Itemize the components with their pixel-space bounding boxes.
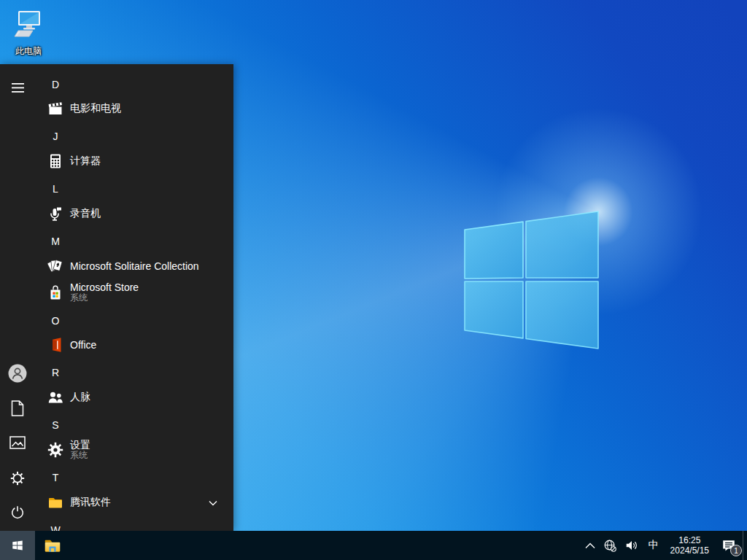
power-icon bbox=[9, 505, 26, 521]
start-app-people[interactable]: 人脉 bbox=[47, 384, 229, 411]
notification-badge: 1 bbox=[730, 545, 742, 556]
this-pc-label: 此电脑 bbox=[7, 45, 50, 58]
tray-expand-button[interactable] bbox=[581, 531, 599, 560]
start-menu-expand-button[interactable] bbox=[0, 70, 35, 105]
ime-indicator[interactable]: 中 bbox=[643, 531, 665, 560]
office-logo-icon bbox=[47, 336, 64, 354]
clock-time: 16:25 bbox=[670, 535, 709, 545]
desktop-icon-this-pc[interactable]: 此电脑 bbox=[7, 9, 50, 58]
folder-icon bbox=[47, 494, 64, 511]
documents-button[interactable] bbox=[0, 391, 35, 426]
start-section-header-w[interactable]: W bbox=[47, 517, 229, 531]
start-section-header-j[interactable]: J bbox=[47, 123, 229, 149]
user-account-button[interactable] bbox=[0, 356, 35, 391]
start-app-calculator[interactable]: 计算器 bbox=[47, 148, 229, 174]
start-section-header-l[interactable]: L bbox=[47, 176, 229, 202]
start-app-movies-tv[interactable]: 电影和电视 bbox=[47, 96, 229, 122]
system-tray: 中 16:25 2024/5/15 1 bbox=[581, 531, 747, 560]
chevron-down-icon[interactable] bbox=[209, 496, 217, 509]
speaker-icon bbox=[624, 538, 639, 553]
start-app-office[interactable]: Office bbox=[47, 332, 229, 358]
file-explorer-button[interactable] bbox=[35, 531, 70, 560]
file-explorer-icon bbox=[43, 536, 62, 555]
movies-tv-icon bbox=[47, 100, 64, 117]
people-icon bbox=[47, 389, 64, 406]
start-section-header-d[interactable]: D bbox=[47, 71, 229, 98]
start-section-header-s[interactable]: S bbox=[47, 412, 229, 438]
start-folder-tencent[interactable]: 腾讯软件 bbox=[47, 489, 229, 516]
store-bag-icon bbox=[47, 284, 64, 301]
user-avatar-icon bbox=[8, 364, 27, 383]
this-pc-icon bbox=[12, 31, 44, 43]
start-app-settings[interactable]: 设置 系统 bbox=[47, 435, 229, 464]
start-app-voice-recorder[interactable]: 录音机 bbox=[47, 201, 229, 227]
action-center-button[interactable]: 1 bbox=[715, 531, 743, 560]
voice-recorder-icon bbox=[47, 205, 64, 222]
network-status-button[interactable] bbox=[599, 531, 621, 560]
start-menu: D 电影和电视 J 计算器 L bbox=[0, 64, 233, 531]
app-sublabel: 系统 bbox=[70, 451, 90, 461]
power-button[interactable] bbox=[0, 495, 35, 530]
chevron-up-icon bbox=[585, 542, 595, 549]
documents-icon bbox=[10, 400, 25, 416]
solitaire-cards-icon bbox=[47, 257, 64, 275]
start-app-solitaire[interactable]: Microsoft Solitaire Collection bbox=[47, 253, 229, 279]
pictures-button[interactable] bbox=[0, 425, 35, 460]
start-section-header-o[interactable]: O bbox=[47, 308, 229, 334]
clock-date: 2024/5/15 bbox=[670, 545, 709, 556]
settings-gear-icon bbox=[47, 441, 64, 459]
windows-start-icon bbox=[11, 539, 24, 552]
start-button[interactable] bbox=[0, 531, 35, 560]
settings-rail-button[interactable] bbox=[0, 461, 35, 496]
gear-icon bbox=[9, 470, 26, 486]
start-app-microsoft-store[interactable]: Microsoft Store 系统 bbox=[47, 278, 229, 307]
pictures-icon bbox=[9, 436, 26, 449]
show-desktop-button[interactable] bbox=[743, 531, 747, 560]
taskbar: 中 16:25 2024/5/15 1 bbox=[0, 531, 747, 560]
globe-offline-icon bbox=[603, 538, 617, 553]
start-section-header-m[interactable]: M bbox=[47, 228, 229, 254]
volume-button[interactable] bbox=[621, 531, 643, 560]
start-section-header-t[interactable]: T bbox=[47, 464, 229, 491]
app-sublabel: 系统 bbox=[70, 293, 139, 303]
taskbar-empty-area bbox=[70, 531, 581, 560]
calculator-icon bbox=[47, 152, 64, 170]
hamburger-icon bbox=[12, 83, 24, 93]
windows-logo-wallpaper bbox=[460, 207, 603, 353]
start-section-header-r[interactable]: R bbox=[47, 359, 229, 386]
taskbar-clock[interactable]: 16:25 2024/5/15 bbox=[665, 531, 715, 560]
